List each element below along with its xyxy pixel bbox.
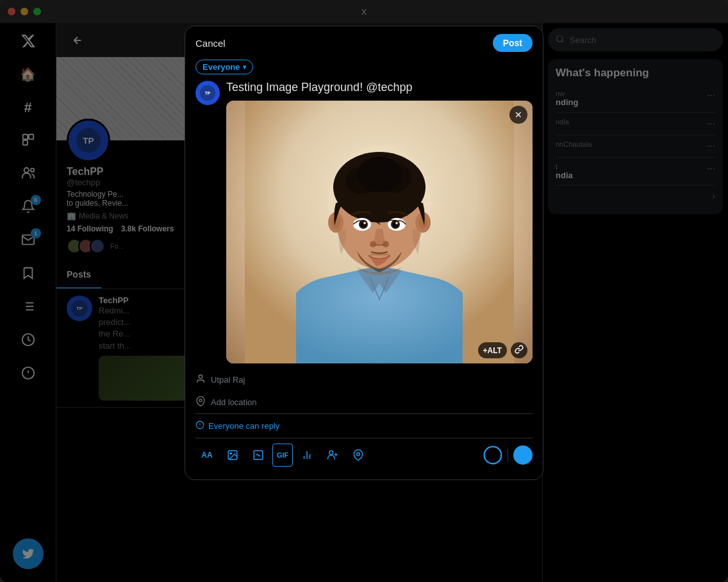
reply-settings[interactable]: Everyone can reply	[195, 413, 533, 438]
image-preview	[226, 101, 533, 363]
media-button[interactable]	[221, 444, 244, 467]
svg-point-47	[199, 399, 202, 402]
edit-image-button[interactable]	[511, 342, 527, 358]
modal-overlay: Cancel Post Everyone ▾	[0, 0, 728, 582]
svg-point-62	[484, 447, 502, 464]
gif-button[interactable]: GIF	[272, 444, 293, 467]
add-tweet-button[interactable]	[513, 445, 533, 465]
audience-label: Everyone	[203, 62, 240, 72]
svg-point-52	[230, 453, 231, 454]
modal-header: Cancel Post	[185, 26, 543, 60]
compose-text-area: Testing Image Playground! @techpp	[226, 81, 533, 363]
svg-point-39	[363, 222, 366, 224]
toolbar-left: AA	[195, 444, 370, 467]
post-button[interactable]: Post	[493, 34, 533, 52]
toolbar-right	[483, 445, 533, 465]
image-preview-container: ✕ +ALT	[226, 101, 533, 363]
add-location-row[interactable]: Add location	[195, 391, 533, 413]
character-count	[483, 445, 502, 465]
app-body: 🏠 #	[0, 23, 728, 582]
compose-modal: Cancel Post Everyone ▾	[185, 26, 543, 480]
image-close-button[interactable]: ✕	[509, 106, 527, 124]
image-action-buttons: +ALT	[478, 342, 527, 358]
svg-point-43	[395, 222, 398, 224]
close-icon: ✕	[515, 110, 522, 120]
compose-area: TP Testing Image Playground! @techpp	[195, 81, 533, 363]
location-button[interactable]	[347, 444, 370, 467]
svg-text:TP: TP	[205, 91, 211, 96]
link-icon	[515, 345, 524, 356]
toolbar-divider	[508, 449, 508, 461]
chevron-down-icon: ▾	[243, 63, 246, 71]
modal-body: Everyone ▾ TP Testing Image Playground	[185, 60, 543, 479]
svg-point-46	[199, 375, 202, 378]
tweet-text: Testing Image Playground! @techpp	[226, 81, 533, 94]
person-tag-icon	[195, 374, 206, 386]
svg-point-35	[357, 156, 402, 192]
draw-button[interactable]	[247, 444, 270, 467]
text-format-button[interactable]: AA	[195, 444, 219, 467]
reply-icon	[195, 420, 204, 431]
audience-selector[interactable]: Everyone ▾	[195, 60, 253, 74]
portrait-image	[226, 101, 533, 363]
alt-text-button[interactable]: +ALT	[478, 342, 507, 358]
svg-point-57	[329, 451, 333, 454]
app-window: X 🏠 #	[0, 0, 728, 582]
tagged-user: Utpal Raj	[211, 375, 245, 385]
location-icon	[195, 396, 206, 408]
tag-people-button[interactable]	[321, 444, 344, 467]
compose-avatar: TP	[195, 81, 220, 105]
compose-toolbar: AA	[195, 438, 533, 472]
reply-settings-label: Everyone can reply	[208, 421, 279, 431]
add-location-label: Add location	[211, 397, 257, 407]
poll-button[interactable]	[295, 444, 318, 467]
alt-icon: +ALT	[483, 346, 502, 355]
tag-user-row[interactable]: Utpal Raj	[195, 369, 533, 391]
svg-point-60	[357, 453, 360, 456]
cancel-button[interactable]: Cancel	[195, 38, 226, 49]
